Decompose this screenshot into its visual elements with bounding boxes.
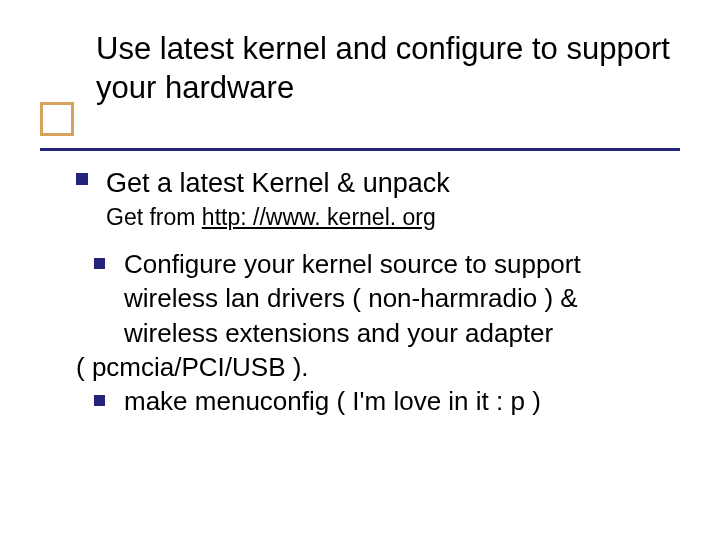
bullet-item-1: Get a latest Kernel & unpack Get from ht… — [76, 166, 671, 233]
slide-body: Get a latest Kernel & unpack Get from ht… — [76, 166, 671, 419]
bullet-item-2: Configure your kernel source to support … — [76, 247, 671, 350]
bullet-group-2: Configure your kernel source to support … — [76, 247, 671, 419]
square-bullet-icon — [94, 395, 105, 406]
bullet-item-3: make menuconfig ( I'm love in it : p ) — [76, 384, 671, 418]
bullet-text: make menuconfig ( I'm love in it : p ) — [124, 386, 541, 416]
accent-square-icon — [40, 102, 74, 136]
accent-underline — [40, 148, 680, 151]
square-bullet-icon — [94, 258, 105, 269]
slide-title: Use latest kernel and configure to suppo… — [96, 30, 676, 108]
bullet-item-2-cont: ( pcmcia/PCI/USB ). — [76, 350, 671, 384]
kernel-org-link[interactable]: http: //www. kernel. org — [202, 204, 436, 230]
bullet-text: Configure your kernel source to support … — [124, 249, 581, 348]
square-bullet-icon — [76, 173, 88, 185]
subtext-prefix: Get from — [106, 204, 202, 230]
bullet-text: Get a latest Kernel & unpack — [106, 166, 671, 201]
slide: Use latest kernel and configure to suppo… — [0, 0, 720, 540]
bullet-subtext: Get from http: //www. kernel. org — [106, 203, 671, 233]
